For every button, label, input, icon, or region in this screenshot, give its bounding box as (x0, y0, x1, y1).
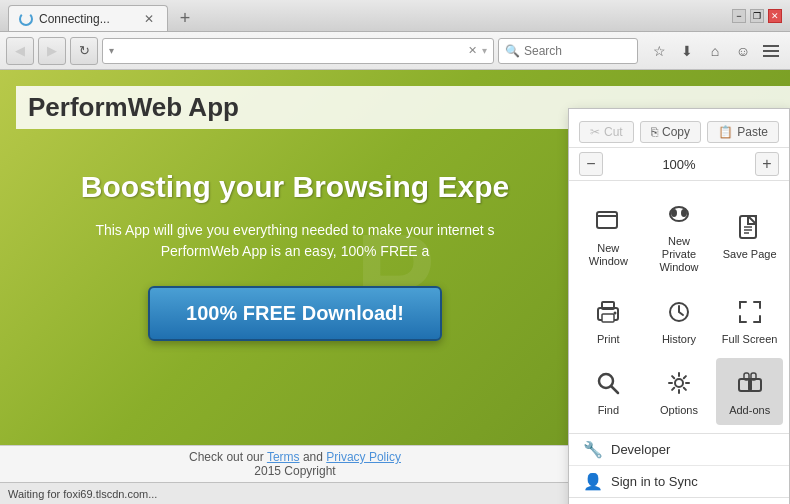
find-icon (591, 366, 625, 400)
footer-terms-link[interactable]: Terms (267, 450, 300, 464)
titlebar: Connecting... ✕ + − ❐ ✕ (0, 0, 790, 32)
zoom-value: 100% (609, 157, 749, 172)
address-dropdown-icon[interactable]: ▾ (107, 45, 116, 56)
footer-copyright: 2015 Copyright (254, 464, 335, 478)
tab-title: Connecting... (39, 12, 135, 26)
search-bar-wrap: 🔍 (498, 38, 638, 64)
menu-item-new-private[interactable]: New Private Window (646, 189, 713, 283)
svg-rect-12 (602, 314, 614, 322)
browser-viewport: PerformWeb App P Boosting your Browsing … (0, 70, 790, 482)
new-tab-button[interactable]: + (172, 5, 198, 31)
menu-item-full-screen[interactable]: Full Screen (716, 287, 783, 354)
menu-bottom: ✚ Customize ? ⏻ (569, 497, 789, 504)
full-screen-icon (733, 295, 767, 329)
svg-point-3 (671, 209, 677, 217)
tab-favicon (19, 12, 33, 26)
menu-item-sign-in[interactable]: 👤 Sign in to Sync (569, 465, 789, 497)
print-icon (591, 295, 625, 329)
cut-label: Cut (604, 125, 623, 139)
back-button[interactable]: ◀ (6, 37, 34, 65)
copy-icon: ⎘ (651, 125, 658, 139)
window-controls: − ❐ ✕ (732, 9, 782, 23)
search-input[interactable] (524, 44, 631, 58)
address-bar-wrap: ▾ ✕ ▾ (102, 38, 494, 64)
restore-button[interactable]: ❐ (750, 9, 764, 23)
menu-item-addons[interactable]: Add-ons (716, 358, 783, 425)
sign-in-icon: 👤 (583, 472, 603, 491)
tab-bar: Connecting... ✕ + (8, 0, 732, 31)
new-private-label: New Private Window (650, 235, 709, 275)
developer-icon: 🔧 (583, 440, 603, 459)
address-input[interactable] (116, 44, 465, 58)
new-window-label: New Window (579, 242, 638, 268)
menu-zoom-row: − 100% + (569, 148, 789, 181)
options-label: Options (660, 404, 698, 417)
zoom-out-button[interactable]: − (579, 152, 603, 176)
close-button[interactable]: ✕ (768, 9, 782, 23)
cut-button[interactable]: ✂ Cut (579, 121, 634, 143)
page-hero: Boosting your Browsing Expe This App wil… (0, 150, 590, 361)
history-label: History (662, 333, 696, 346)
menu-grid: New Window New Private Window Save Page (569, 181, 789, 434)
home-icon[interactable]: ⌂ (702, 38, 728, 64)
reload-button[interactable]: ↻ (70, 37, 98, 65)
menu-button[interactable] (758, 38, 784, 64)
user-icon[interactable]: ☺ (730, 38, 756, 64)
options-icon (662, 366, 696, 400)
paste-icon: 📋 (718, 125, 733, 139)
hamburger-line-1 (763, 45, 779, 47)
tab-close-button[interactable]: ✕ (141, 11, 157, 27)
addons-icon (733, 366, 767, 400)
search-icon: 🔍 (505, 44, 520, 58)
new-window-icon (591, 204, 625, 238)
menu-item-print[interactable]: Print (575, 287, 642, 354)
sign-in-label: Sign in to Sync (611, 474, 698, 489)
minimize-button[interactable]: − (732, 9, 746, 23)
full-screen-label: Full Screen (722, 333, 778, 346)
developer-label: Developer (611, 442, 670, 457)
find-label: Find (598, 404, 619, 417)
hamburger-line-2 (763, 50, 779, 52)
svg-rect-0 (597, 212, 617, 228)
toolbar-icons: ☆ ⬇ ⌂ ☺ (646, 38, 784, 64)
active-tab[interactable]: Connecting... ✕ (8, 5, 168, 31)
hamburger-line-3 (763, 55, 779, 57)
new-private-icon (662, 197, 696, 231)
menu-item-history[interactable]: History (646, 287, 713, 354)
zoom-in-button[interactable]: + (755, 152, 779, 176)
history-icon (662, 295, 696, 329)
address-dropdown2-icon[interactable]: ▾ (480, 45, 489, 56)
menu-item-options[interactable]: Options (646, 358, 713, 425)
footer-text: Check out our (189, 450, 264, 464)
bookmark-icon[interactable]: ☆ (646, 38, 672, 64)
download-button[interactable]: 100% FREE Download! (148, 286, 442, 341)
page-footer: Check out our Terms and Privacy Policy 2… (0, 445, 590, 482)
addons-label: Add-ons (729, 404, 770, 417)
menu-item-find[interactable]: Find (575, 358, 642, 425)
navbar: ◀ ▶ ↻ ▾ ✕ ▾ 🔍 ☆ ⬇ ⌂ ☺ (0, 32, 790, 70)
download-icon[interactable]: ⬇ (674, 38, 700, 64)
copy-button[interactable]: ⎘ Copy (640, 121, 701, 143)
svg-line-17 (611, 386, 618, 393)
menu-item-new-window[interactable]: New Window (575, 189, 642, 283)
print-label: Print (597, 333, 620, 346)
status-text: Waiting for foxi69.tlscdn.com... (8, 488, 157, 500)
hero-description: This App will give you everything needed… (20, 220, 570, 262)
paste-label: Paste (737, 125, 768, 139)
footer-privacy-link[interactable]: Privacy Policy (326, 450, 401, 464)
address-clear-button[interactable]: ✕ (465, 44, 480, 57)
firefox-menu: ✂ Cut ⎘ Copy 📋 Paste − 100% + (568, 108, 790, 504)
forward-button[interactable]: ▶ (38, 37, 66, 65)
svg-point-18 (675, 379, 683, 387)
cut-icon: ✂ (590, 125, 600, 139)
menu-item-save-page[interactable]: Save Page (716, 189, 783, 283)
svg-point-14 (614, 311, 617, 314)
menu-edit-row: ✂ Cut ⎘ Copy 📋 Paste (569, 117, 789, 148)
menu-item-developer[interactable]: 🔧 Developer (569, 434, 789, 465)
copy-label: Copy (662, 125, 690, 139)
paste-button[interactable]: 📋 Paste (707, 121, 779, 143)
save-page-icon (733, 210, 767, 244)
svg-point-4 (681, 209, 687, 217)
hero-title: Boosting your Browsing Expe (20, 170, 570, 204)
footer-and: and (303, 450, 323, 464)
